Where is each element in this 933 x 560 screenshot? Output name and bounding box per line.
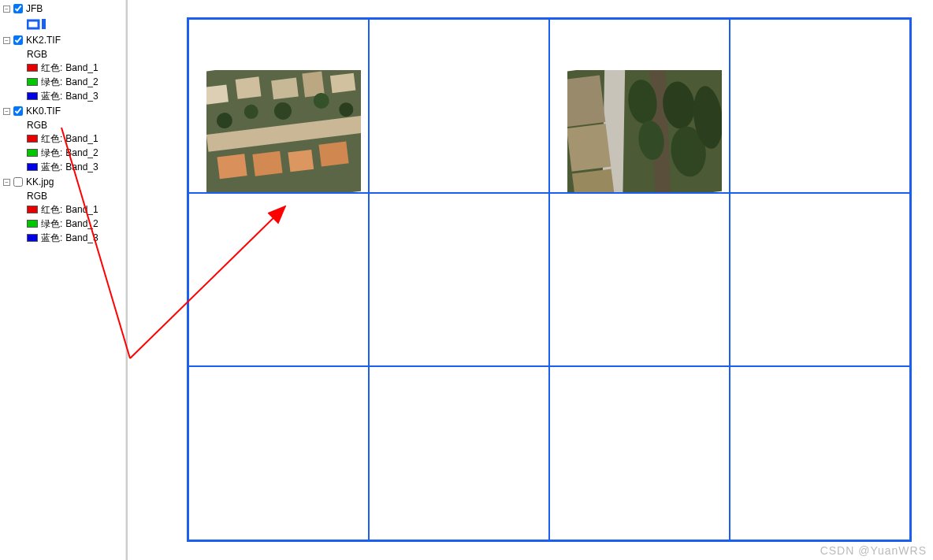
grid-cell (549, 19, 730, 193)
layer-label: JFB (26, 3, 43, 14)
band-row: 蓝色: Band_3 (27, 161, 122, 173)
band-label: Band_2 (65, 147, 98, 158)
green-swatch-icon (27, 78, 38, 86)
channel-label: 蓝色: (41, 90, 62, 103)
aerial-image-2 (567, 70, 722, 192)
layer-visibility-checkbox[interactable] (13, 4, 23, 13)
grid-cell (369, 19, 549, 193)
svg-rect-0 (28, 20, 39, 28)
expand-icon[interactable]: − (3, 108, 10, 115)
grid-cell (730, 366, 910, 540)
layer-node-kk2: − KK2.TIF RGB 红色: Band_1 绿色: Band_2 蓝色: … (3, 33, 122, 102)
band-row: 红色: Band_1 (27, 203, 122, 216)
band-label: Band_1 (65, 204, 98, 215)
red-swatch-icon (27, 206, 38, 213)
layer-node-jfb: − JFB (3, 2, 122, 30)
channel-label: 绿色: (41, 217, 62, 231)
band-row: 红色: Band_1 (27, 132, 122, 145)
channel-label: 红色: (41, 132, 62, 146)
svg-rect-8 (330, 73, 355, 93)
band-row: 绿色: Band_2 (27, 146, 122, 159)
blue-swatch-icon (27, 163, 38, 171)
svg-rect-1 (42, 19, 46, 29)
layer-visibility-checkbox[interactable] (13, 106, 23, 116)
grid-cell (369, 366, 549, 540)
svg-rect-9 (217, 154, 247, 179)
layer-visibility-checkbox[interactable] (13, 177, 23, 187)
aerial-image-1 (206, 70, 361, 192)
band-row: 绿色: Band_2 (27, 217, 122, 230)
red-swatch-icon (27, 135, 38, 143)
band-row: 绿色: Band_2 (27, 76, 122, 88)
channel-label: 绿色: (41, 146, 62, 160)
svg-rect-21 (567, 124, 611, 172)
green-swatch-icon (27, 220, 38, 228)
band-row: 蓝色: Band_3 (27, 90, 122, 102)
svg-rect-10 (252, 151, 282, 176)
band-label: Band_2 (65, 218, 98, 229)
grid-cell (730, 19, 910, 193)
expand-icon[interactable]: − (3, 179, 10, 186)
layer-node-kkjpg: − KK.jpg RGB 红色: Band_1 绿色: Band_2 蓝色: B… (3, 175, 122, 244)
band-label: Band_2 (65, 76, 98, 87)
band-row: 蓝色: Band_3 (27, 232, 122, 244)
blue-swatch-icon (27, 92, 38, 100)
channel-label: 红色: (41, 61, 62, 75)
jfb-symbol-icon (27, 17, 122, 30)
rgb-label: RGB (27, 120, 122, 131)
svg-rect-5 (236, 76, 262, 98)
svg-rect-20 (567, 75, 605, 127)
rgb-label: RGB (27, 191, 122, 202)
layer-label: KK.jpg (26, 176, 54, 187)
svg-rect-12 (318, 141, 348, 166)
layer-label: KK0.TIF (26, 106, 61, 117)
band-label: Band_3 (65, 91, 98, 102)
grid-cell (188, 193, 369, 367)
grid-cell (730, 193, 910, 367)
channel-label: 蓝色: (41, 232, 62, 245)
layer-row[interactable]: − KK0.TIF (3, 104, 122, 118)
svg-rect-4 (206, 84, 229, 104)
expand-icon[interactable]: − (3, 37, 10, 44)
grid-cell (369, 193, 549, 367)
channel-label: 蓝色: (41, 161, 62, 174)
channel-label: 红色: (41, 203, 62, 217)
fishnet-grid (187, 17, 912, 542)
layer-node-kk0: − KK0.TIF RGB 红色: Band_1 绿色: Band_2 蓝色: … (3, 104, 122, 173)
grid-cell (549, 193, 730, 367)
layer-visibility-checkbox[interactable] (13, 35, 23, 45)
band-label: Band_1 (65, 62, 98, 73)
red-swatch-icon (27, 64, 38, 72)
band-label: Band_1 (65, 133, 98, 144)
grid-cell (188, 366, 369, 540)
blue-swatch-icon (27, 234, 38, 242)
map-canvas[interactable]: CSDN @YuanWRS (128, 0, 933, 560)
band-label: Band_3 (65, 161, 98, 172)
band-label: Band_3 (65, 232, 98, 243)
grid-cell (549, 366, 730, 540)
rgb-label: RGB (27, 49, 122, 60)
channel-label: 绿色: (41, 76, 62, 89)
layer-panel: − JFB − KK2.TIF RGB 红色: Band_ (0, 0, 128, 560)
watermark: CSDN @YuanWRS (820, 544, 927, 557)
layer-row[interactable]: − KK2.TIF (3, 33, 122, 47)
expand-icon[interactable]: − (3, 6, 10, 13)
grid-cell (188, 19, 369, 193)
svg-rect-11 (288, 150, 314, 172)
band-row: 红色: Band_1 (27, 61, 122, 74)
layer-row[interactable]: − JFB (3, 2, 122, 16)
svg-rect-6 (271, 78, 299, 100)
layer-label: KK2.TIF (26, 35, 61, 46)
layer-row[interactable]: − KK.jpg (3, 175, 122, 189)
green-swatch-icon (27, 149, 38, 157)
